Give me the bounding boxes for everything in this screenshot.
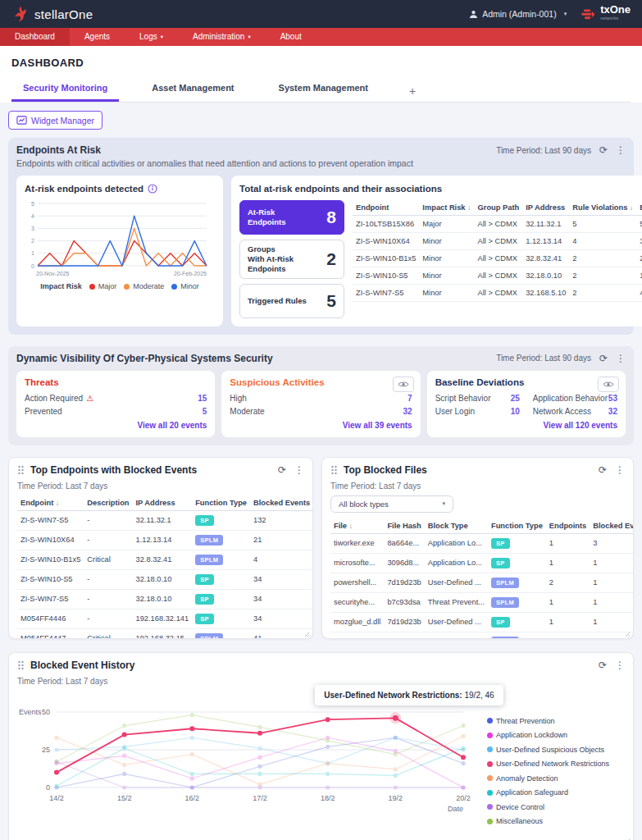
count-link[interactable]: 2 xyxy=(569,250,636,267)
nav-item-administration[interactable]: Administration▾ xyxy=(178,28,266,46)
count-link[interactable]: 1 xyxy=(590,553,634,573)
kebab-menu-icon[interactable]: ⋮ xyxy=(615,465,625,475)
legend-item-application-safeguard[interactable]: Application Safeguard xyxy=(487,788,625,797)
stat-at-risk-endpoints[interactable]: At-RiskEndpoints8 xyxy=(239,200,344,235)
legend-item-device-control[interactable]: Device Control xyxy=(487,803,625,811)
column-header-function-type[interactable]: Function Type xyxy=(192,495,250,511)
drag-handle-icon[interactable] xyxy=(330,465,338,475)
tab-asset-management[interactable]: Asset Management xyxy=(140,77,245,102)
refresh-icon[interactable]: ⟳ xyxy=(599,465,607,475)
count-link[interactable]: 21 xyxy=(250,530,313,550)
stellarone-logo[interactable]: stellarOne xyxy=(11,5,93,23)
metric-value[interactable]: 32 xyxy=(608,407,617,416)
resize-handle[interactable] xyxy=(304,630,310,636)
endpoint-link[interactable]: ZI-10LTSB15X86 xyxy=(353,216,419,233)
tab-security-monitoring[interactable]: Security Monitoring xyxy=(11,77,119,102)
stat-groups-with-at-risk-endpoints[interactable]: GroupsWith At-RiskEndpoints2 xyxy=(239,240,344,279)
endpoint-link[interactable]: M054FF4447 xyxy=(17,628,84,639)
endpoint-link[interactable]: ZI-S-WIN10X64 xyxy=(353,233,419,250)
stat-triggered-rules[interactable]: Triggered Rules5 xyxy=(239,284,344,318)
endpoint-link[interactable]: ZI-S-WIN10-B1x5 xyxy=(17,550,84,569)
count-link[interactable]: 34 xyxy=(250,569,313,589)
column-header-blocked-events[interactable]: Blocked Events xyxy=(250,495,313,511)
column-header-endpoints[interactable]: Endpoints xyxy=(546,518,590,534)
count-link[interactable]: 4 xyxy=(250,550,313,569)
count-link[interactable]: 18 xyxy=(636,267,642,285)
count-link[interactable]: 1 xyxy=(590,612,634,632)
count-link[interactable]: 5 xyxy=(569,216,636,233)
count-link[interactable]: 132 xyxy=(250,510,313,530)
widget-manager-button[interactable]: Widget Manager xyxy=(8,111,102,130)
metric-value[interactable]: 5 xyxy=(203,407,207,416)
column-header-description[interactable]: Description xyxy=(84,495,132,511)
eye-icon[interactable] xyxy=(598,377,619,392)
count-link[interactable]: 2 xyxy=(569,267,636,285)
nav-item-agents[interactable]: Agents xyxy=(70,28,125,46)
count-link[interactable]: 34 xyxy=(250,609,313,628)
kebab-menu-icon[interactable]: ⋮ xyxy=(615,660,625,670)
metric-value[interactable]: 25 xyxy=(511,394,520,403)
legend-item-application-lockdown[interactable]: Application Lockdown xyxy=(487,731,625,739)
resize-handle[interactable] xyxy=(625,630,631,636)
drag-handle-icon[interactable] xyxy=(17,465,25,475)
eye-icon[interactable] xyxy=(393,377,414,392)
column-header-function-type[interactable]: Function Type xyxy=(488,518,546,534)
block-type-select[interactable]: All block types ▾ xyxy=(330,495,453,513)
metric-value[interactable]: 53 xyxy=(608,394,617,403)
info-icon[interactable] xyxy=(148,184,157,194)
resize-handle[interactable] xyxy=(625,837,631,840)
refresh-icon[interactable]: ⟳ xyxy=(599,145,608,155)
add-tab-button[interactable]: + xyxy=(401,80,424,102)
legend-item-anomaly-detection[interactable]: Anomaly Detection xyxy=(487,774,625,783)
column-header-file-hash[interactable]: File Hash xyxy=(384,518,424,534)
column-header-ip-address[interactable]: IP Address xyxy=(133,495,193,511)
refresh-icon[interactable]: ⟳ xyxy=(278,465,286,475)
count-link[interactable]: 2 xyxy=(569,285,636,302)
column-header-file[interactable]: File ↓ xyxy=(330,518,384,534)
count-link[interactable]: 4 xyxy=(569,233,636,250)
full-list-link[interactable]: Full list xyxy=(353,306,642,315)
endpoint-link[interactable]: ZI-S-WIN10-S5 xyxy=(17,569,84,589)
legend-item-user-defined-network-restrictions[interactable]: User-Defined Network Restrictions xyxy=(487,760,625,768)
endpoint-link[interactable]: ZI-S-WIN7-S5 xyxy=(17,589,84,609)
column-header-rule-violations[interactable]: Rule Violations ↓ xyxy=(569,200,636,216)
endpoint-link[interactable]: ZI-S-WIN7-S5 xyxy=(17,510,84,530)
refresh-icon[interactable]: ⟳ xyxy=(599,354,608,363)
count-link[interactable]: 56 xyxy=(636,216,642,233)
nav-item-dashboard[interactable]: Dashboard xyxy=(0,28,70,46)
nav-item-logs[interactable]: Logs▾ xyxy=(125,28,178,46)
endpoint-link[interactable]: ZI-S-WIN7-S5 xyxy=(353,285,419,302)
metric-value[interactable]: 15 xyxy=(198,394,207,403)
column-header-events-triggered[interactable]: Events Triggered ↓ xyxy=(636,200,642,216)
column-header-impact-risk[interactable]: Impact Risk ↓ xyxy=(419,200,474,216)
count-link[interactable]: 3 xyxy=(590,533,634,553)
legend-item-threat-prevention[interactable]: Threat Prevention xyxy=(487,717,625,725)
endpoint-link[interactable]: ZI-S-WIN10X64 xyxy=(17,530,84,550)
count-link[interactable]: 1 xyxy=(590,592,634,612)
endpoint-link[interactable]: ZI-S-WIN10-S5 xyxy=(353,267,419,285)
view-suspicious-link[interactable]: View all 39 events xyxy=(230,421,412,430)
user-menu[interactable]: Admin (Admin-001) ▾ xyxy=(469,9,567,19)
endpoint-link[interactable]: ZI-S-WIN10-B1x5 xyxy=(353,250,419,267)
metric-value[interactable]: 7 xyxy=(408,394,412,403)
count-link[interactable]: 1 xyxy=(590,573,634,592)
view-baseline-link[interactable]: View all 120 events xyxy=(435,421,617,430)
refresh-icon[interactable]: ⟳ xyxy=(599,660,607,670)
kebab-menu-icon[interactable]: ⋮ xyxy=(294,465,304,475)
view-threats-link[interactable]: View all 20 events xyxy=(25,421,207,430)
kebab-menu-icon[interactable]: ⋮ xyxy=(616,354,626,363)
nav-item-about[interactable]: About xyxy=(266,28,316,46)
endpoint-link[interactable]: M054FF4446 xyxy=(17,609,84,628)
kebab-menu-icon[interactable]: ⋮ xyxy=(616,145,626,155)
column-header-endpoint[interactable]: Endpoint xyxy=(353,200,419,216)
metric-value[interactable]: 10 xyxy=(511,407,520,416)
column-header-block-type[interactable]: Block Type xyxy=(425,518,488,534)
column-header-ip-address[interactable]: IP Address xyxy=(522,200,569,216)
count-link[interactable]: 4 xyxy=(636,285,642,302)
count-link[interactable]: 21 xyxy=(636,250,642,267)
drag-handle-icon[interactable] xyxy=(17,660,25,670)
metric-value[interactable]: 32 xyxy=(403,407,412,416)
column-header-blocked-events[interactable]: Blocked Events xyxy=(590,518,634,534)
count-link[interactable]: 34 xyxy=(250,589,313,609)
legend-item-miscellaneous[interactable]: Miscellaneous xyxy=(487,817,625,825)
